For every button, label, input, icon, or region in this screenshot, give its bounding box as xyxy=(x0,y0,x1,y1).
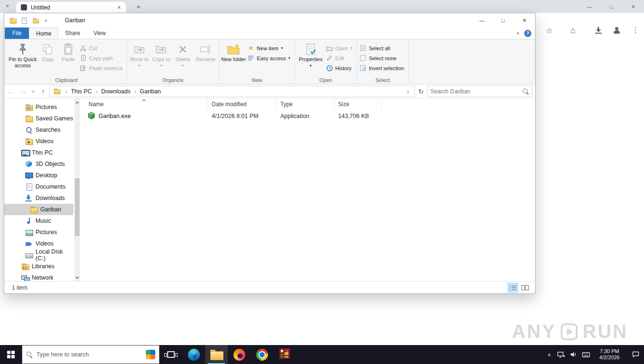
sidebar-item-pictures-user[interactable]: Pictures xyxy=(4,101,73,113)
history-button[interactable]: History xyxy=(325,63,355,73)
tab-share[interactable]: Share xyxy=(58,27,87,39)
open-button[interactable]: Open ▾ xyxy=(325,43,355,53)
sidebar-item-searches[interactable]: Searches xyxy=(4,124,73,136)
column-header-name[interactable]: Name xyxy=(80,99,208,110)
breadcrumb-gariban[interactable]: Gariban xyxy=(138,88,162,95)
sidebar-item-pictures[interactable]: Pictures xyxy=(4,227,73,238)
back-button[interactable]: ← xyxy=(5,88,17,95)
volume-tray-icon[interactable] xyxy=(567,345,580,364)
properties-qat-icon[interactable] xyxy=(22,18,27,24)
tab-list-chevron-icon[interactable]: ∨ xyxy=(6,3,9,8)
chrome-taskbar-button[interactable] xyxy=(250,345,273,364)
copy-path-button[interactable]: Copy path xyxy=(79,53,125,63)
new-tab-button[interactable]: + xyxy=(134,1,143,11)
move-to-button[interactable]: Move to ▾ xyxy=(128,40,150,76)
easy-access-button[interactable]: Easy access ▾ xyxy=(246,53,293,63)
tab-close-icon[interactable]: × xyxy=(116,4,122,11)
browser-tab[interactable]: Untitled × xyxy=(16,2,126,13)
paste-button[interactable]: Paste xyxy=(58,40,79,76)
hidden-icons-chevron-icon[interactable]: ∧ xyxy=(544,352,555,357)
breadcrumb-chevron-icon[interactable]: › xyxy=(64,89,68,94)
touch-keyboard-tray-icon[interactable] xyxy=(580,345,592,364)
explorer-maximize-button[interactable]: □ xyxy=(492,13,514,27)
taskbar-search-input[interactable] xyxy=(36,351,142,358)
tab-file[interactable]: File xyxy=(5,27,29,39)
taskbar-clock[interactable]: 7:30 PM 4/2/2026 xyxy=(592,348,627,361)
column-header-date-modified[interactable]: Date modified xyxy=(208,99,277,110)
browser-maximize-button[interactable]: □ xyxy=(600,0,622,13)
refresh-button[interactable]: ↻ xyxy=(416,88,426,95)
sidebar-item-local-disk-c[interactable]: Local Disk (C:) xyxy=(4,249,73,261)
downloads-icon[interactable] xyxy=(593,25,604,36)
browser-menu-icon[interactable]: ⋮ xyxy=(630,25,641,36)
customize-qat-chevron-icon[interactable]: ∨ xyxy=(45,18,47,23)
sidebar-item-videos[interactable]: Videos xyxy=(4,238,73,249)
sidebar-item-libraries[interactable]: Libraries xyxy=(4,261,73,272)
scrollbar-thumb[interactable] xyxy=(75,178,80,236)
pixel-app-taskbar-button[interactable] xyxy=(273,345,296,364)
action-center-button[interactable] xyxy=(627,345,644,364)
new-folder-button[interactable]: New folder xyxy=(221,40,246,76)
explorer-minimize-button[interactable]: — xyxy=(471,13,492,27)
explorer-search-input[interactable] xyxy=(430,88,522,95)
cut-button[interactable]: Cut xyxy=(79,43,125,53)
sidebar-item-downloads[interactable]: Downloads xyxy=(4,192,73,204)
invert-selection-button[interactable]: Invert selection xyxy=(358,63,407,73)
explorer-search-box[interactable] xyxy=(427,86,532,97)
sidebar-item-videos-user[interactable]: Videos xyxy=(4,136,73,147)
sidebar-item-this-pc[interactable]: This PC xyxy=(4,147,73,158)
sidebar-item-music[interactable]: Music xyxy=(4,215,73,227)
select-none-button[interactable]: Select none xyxy=(358,53,407,63)
profile-icon[interactable] xyxy=(611,25,622,36)
copy-to-button[interactable]: Copy to ▾ xyxy=(150,40,172,76)
tab-view[interactable]: View xyxy=(87,27,112,39)
up-button[interactable]: ↑ xyxy=(37,88,49,95)
file-explorer-taskbar-button[interactable] xyxy=(205,345,228,364)
address-bar[interactable]: › This PC › Downloads › Gariban ∨ xyxy=(50,86,415,97)
sidebar-item-documents[interactable]: Documents xyxy=(4,181,73,192)
sidebar-item-3d-objects[interactable]: 3D Objects xyxy=(4,158,73,170)
browser-minimize-button[interactable]: — xyxy=(579,0,600,13)
edge-taskbar-button[interactable] xyxy=(182,345,205,364)
task-view-button[interactable] xyxy=(160,345,182,364)
breadcrumb-this-pc[interactable]: This PC xyxy=(69,88,94,95)
scroll-up-arrow-icon[interactable] xyxy=(74,99,80,105)
copy-button[interactable]: Copy xyxy=(38,40,58,76)
network-tray-icon[interactable] xyxy=(555,345,567,364)
search-magnifier-icon[interactable] xyxy=(522,88,529,95)
file-row-gariban-exe[interactable]: Gariban.exe 4/1/2026 8:01 PM Application… xyxy=(80,110,535,122)
properties-button[interactable]: Properties ▾ xyxy=(296,40,325,76)
home-icon[interactable]: ⌂ xyxy=(567,25,579,36)
rename-button[interactable]: Rename xyxy=(194,40,217,76)
scroll-down-arrow-icon[interactable] xyxy=(74,274,80,281)
pin-to-quick-access-button[interactable]: Pin to Quick access xyxy=(8,40,38,76)
breadcrumb-chevron-icon[interactable]: › xyxy=(134,89,137,94)
select-all-button[interactable]: Select all xyxy=(358,43,407,53)
details-view-button[interactable] xyxy=(508,283,518,292)
search-highlights-icon[interactable] xyxy=(146,350,155,359)
column-header-type[interactable]: Type xyxy=(277,99,334,110)
browser-close-button[interactable]: × xyxy=(622,0,644,13)
breadcrumb-downloads[interactable]: Downloads xyxy=(99,88,133,95)
taskbar-search-box[interactable] xyxy=(22,345,160,364)
start-button[interactable] xyxy=(0,345,22,364)
forward-button[interactable]: → xyxy=(18,88,29,95)
sidebar-item-network[interactable]: Network xyxy=(4,272,73,281)
sidebar-item-saved-games[interactable]: Saved Games xyxy=(4,113,73,124)
breadcrumb-chevron-icon[interactable]: › xyxy=(95,89,98,94)
paste-shortcut-button[interactable]: Paste shortcut xyxy=(79,63,125,73)
address-dropdown-chevron-icon[interactable]: ∨ xyxy=(404,89,411,94)
new-item-button[interactable]: New item ▾ xyxy=(246,43,293,53)
help-icon[interactable]: ? xyxy=(524,30,531,37)
sidebar-item-gariban[interactable]: Gariban xyxy=(4,204,73,215)
delete-button[interactable]: Delete ▾ xyxy=(172,40,194,76)
collapse-ribbon-chevron-icon[interactable]: ∧ xyxy=(516,31,519,36)
large-icons-view-button[interactable] xyxy=(520,283,530,292)
new-folder-qat-icon[interactable] xyxy=(33,18,39,23)
recent-locations-chevron-icon[interactable]: ∨ xyxy=(30,89,36,94)
firefox-taskbar-button[interactable] xyxy=(228,345,250,364)
tab-home[interactable]: Home xyxy=(29,27,58,39)
explorer-titlebar[interactable]: ∨ Gariban — □ × xyxy=(4,13,535,27)
column-header-size[interactable]: Size xyxy=(334,99,382,110)
bookmark-star-icon[interactable]: ☆ xyxy=(544,25,555,36)
